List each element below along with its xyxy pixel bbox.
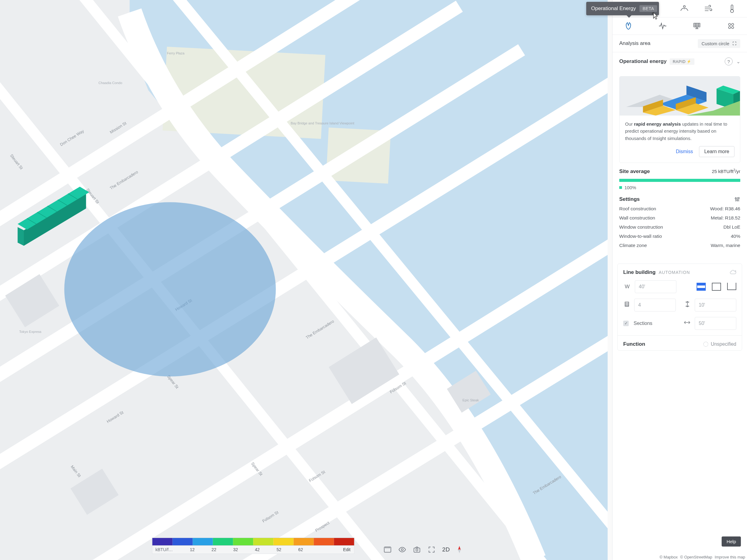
width-input[interactable] [635,280,676,293]
solar-panel-icon[interactable] [692,21,701,31]
sections-label: Sections [634,321,652,326]
shape-slab[interactable] [697,283,706,291]
mode-row-sub [613,18,747,35]
cluster-icon[interactable] [726,21,736,31]
energy-icon[interactable] [624,21,633,31]
sliders-icon[interactable] [734,196,740,202]
thermometer-icon[interactable] [727,4,737,13]
settings-row: Window constructionDbl LoE [613,223,747,232]
legend-edit[interactable]: Edit [333,547,354,552]
dismiss-button[interactable]: Dismiss [676,149,693,154]
settings-row: Climate zoneWarm, marine [613,241,747,250]
sun-icon[interactable] [680,4,689,13]
map-viewport[interactable]: The Embarcadero The Embarcadero The Emba… [0,0,608,560]
help-icon[interactable]: ? [725,57,732,66]
function-label: Function [623,341,645,347]
svg-marker-30 [458,549,461,553]
svg-point-26 [401,549,403,551]
svg-rect-25 [384,547,391,552]
site-average-percent: 100% [619,185,740,190]
poi-label: Chaadia Condo [98,81,122,85]
svg-point-54 [738,198,739,199]
info-card-text: Our rapid energy analysis updates in rea… [625,121,735,142]
beta-badge: BETA [639,5,657,12]
measure-icon[interactable] [384,545,391,554]
line-building-title: Line building [623,269,655,275]
sections-checkbox[interactable]: ✓ [623,321,629,326]
svg-point-37 [732,24,734,26]
side-panel: Operational Energy BETA [612,0,747,560]
info-card-image [620,76,740,116]
compass-icon[interactable] [457,545,462,554]
section-length-input[interactable] [695,317,736,330]
analysis-area-label: Analysis area [619,40,650,47]
site-average-value: 25 kBTU/ft2/yr [712,169,740,174]
operational-energy-label: Operational energy [619,58,667,65]
fullscreen-icon[interactable] [428,545,436,554]
poi-label: Epic Steak [462,398,479,402]
settings-row: Roof constructionWood: R38.46 [613,204,747,213]
width-label: W [623,284,631,290]
svg-point-38 [729,27,731,29]
svg-marker-18 [18,227,24,246]
poi-label: Bay Bridge and Treasure Island Viewpoint [291,121,355,125]
site-average-label: Site average [619,169,650,175]
analysis-area-circle[interactable] [64,202,276,377]
eye-icon[interactable] [398,545,406,554]
function-value[interactable]: Unspecified [703,341,736,347]
view-mode-toggle[interactable]: 2D [442,546,450,553]
length-icon [683,320,691,327]
legend-unit: kBTU/f… [153,547,182,552]
learn-more-button[interactable]: Learn more [699,146,735,157]
wind-icon[interactable] [703,4,713,13]
settings-header: Settings [613,193,747,204]
site-average-section: Site average 25 kBTU/ft2/yr 100% [613,163,747,193]
svg-point-36 [729,24,731,26]
analysis-area-chip[interactable]: Custom circle [698,39,740,48]
line-building-sub: AUTOMATION [659,270,690,275]
height-input[interactable] [695,299,736,311]
map-attribution: © Mapbox© OpenStreetMapImprove this map [657,555,745,559]
poi-label: Tokyo Express [19,330,42,333]
line-building-card: Line building AUTOMATION W [617,263,742,351]
operational-energy-row: Operational energy RAPID⚡ ? ⌄ [613,52,747,71]
color-legend: kBTU/f… 12 22 32 42 52 62 Edit [152,538,355,554]
poi-label: Ferry Plaza [167,51,185,55]
svg-rect-33 [731,5,733,10]
camera-icon[interactable] [413,545,421,554]
analysis-area-row: Analysis area Custom circle [613,35,747,52]
svg-point-39 [732,27,734,29]
height-icon [684,301,691,309]
svg-point-52 [735,198,736,199]
settings-row: Wall constructionMetal: R18.52 [613,213,747,223]
cloud-icon[interactable] [729,269,736,275]
rapid-badge: RAPID⚡ [670,58,694,65]
svg-rect-27 [414,548,420,552]
help-button[interactable]: Help [722,536,741,546]
floors-input[interactable] [634,299,676,311]
info-card: Our rapid energy analysis updates in rea… [619,76,740,163]
shape-box[interactable] [712,283,721,291]
view-toolbar: 2D [384,545,462,554]
pulse-icon[interactable] [658,21,667,31]
tooltip-operational-energy: Operational Energy BETA [586,2,659,15]
chevron-down-icon[interactable]: ⌄ [736,59,740,65]
floors-icon [623,301,630,309]
shape-u[interactable] [727,283,736,290]
svg-point-28 [416,549,418,551]
svg-point-32 [684,5,685,7]
svg-point-53 [737,200,738,201]
site-average-bar [619,179,740,182]
settings-row: Window-to-wall ratio40% [613,232,747,241]
